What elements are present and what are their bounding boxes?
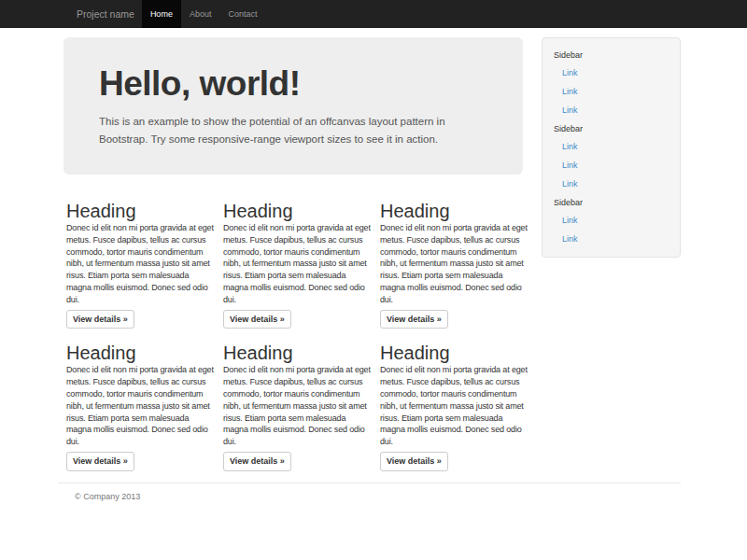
sidebar-link[interactable]: Link xyxy=(543,230,680,248)
content-card: Heading Donec id elit non mi porta gravi… xyxy=(66,200,223,329)
card-heading: Heading xyxy=(223,200,371,222)
content-row: Hello, world! This is an example to show… xyxy=(58,28,681,471)
view-details-button[interactable]: View details » xyxy=(223,310,291,329)
sidebar-link[interactable]: Link xyxy=(543,82,680,101)
view-details-button[interactable]: View details » xyxy=(66,452,134,471)
jumbotron-description: This is an example to show the potential… xyxy=(99,113,472,148)
nav-item-about[interactable]: About xyxy=(181,0,220,28)
card-heading: Heading xyxy=(380,342,528,364)
content-card: Heading Donec id elit non mi porta gravi… xyxy=(223,200,380,329)
navbar-brand[interactable]: Project name xyxy=(58,0,142,28)
card-body: Donec id elit non mi porta gravida at eg… xyxy=(66,222,214,306)
nav-item-contact[interactable]: Contact xyxy=(219,0,265,28)
card-heading: Heading xyxy=(66,200,214,222)
footer-copyright: © Company 2013 xyxy=(75,492,681,501)
card-body: Donec id elit non mi porta gravida at eg… xyxy=(380,222,528,306)
cards-row-1: Heading Donec id elit non mi porta gravi… xyxy=(66,200,523,329)
card-heading: Heading xyxy=(223,342,371,364)
navbar-inner: Project name Home About Contact xyxy=(58,0,747,28)
card-body: Donec id elit non mi porta gravida at eg… xyxy=(223,222,371,306)
cards-row-2: Heading Donec id elit non mi porta gravi… xyxy=(66,342,523,470)
footer-divider xyxy=(58,483,681,483)
sidebar: Sidebar Link Link Link Sidebar Link Link… xyxy=(542,37,681,258)
navbar-menu: Home About Contact xyxy=(142,0,266,28)
card-heading: Heading xyxy=(66,342,214,364)
sidebar-group-label: Sidebar xyxy=(543,46,680,63)
card-body: Donec id elit non mi porta gravida at eg… xyxy=(223,364,371,448)
sidebar-link[interactable]: Link xyxy=(543,175,680,193)
sidebar-group-label: Sidebar xyxy=(543,193,680,211)
main-column: Hello, world! This is an example to show… xyxy=(58,28,523,471)
content-card: Heading Donec id elit non mi porta gravi… xyxy=(66,342,223,470)
sidebar-link[interactable]: Link xyxy=(543,211,680,230)
sidebar-group-label: Sidebar xyxy=(543,119,680,137)
view-details-button[interactable]: View details » xyxy=(66,310,134,329)
sidebar-link[interactable]: Link xyxy=(543,63,680,82)
content-card: Heading Donec id elit non mi porta gravi… xyxy=(380,200,537,329)
view-details-button[interactable]: View details » xyxy=(223,452,291,471)
sidebar-link[interactable]: Link xyxy=(543,101,680,119)
card-body: Donec id elit non mi porta gravida at eg… xyxy=(66,364,214,448)
jumbotron: Hello, world! This is an example to show… xyxy=(63,37,523,175)
content-card: Heading Donec id elit non mi porta gravi… xyxy=(223,342,380,470)
nav-item-home[interactable]: Home xyxy=(142,0,181,28)
card-body: Donec id elit non mi porta gravida at eg… xyxy=(380,364,528,448)
view-details-button[interactable]: View details » xyxy=(380,452,448,471)
page-container: Hello, world! This is an example to show… xyxy=(58,28,681,501)
sidebar-link[interactable]: Link xyxy=(543,137,680,156)
card-heading: Heading xyxy=(380,200,528,222)
page-title: Hello, world! xyxy=(99,65,495,103)
view-details-button[interactable]: View details » xyxy=(380,310,448,329)
navbar: Project name Home About Contact xyxy=(0,0,747,28)
sidebar-link[interactable]: Link xyxy=(543,156,680,175)
content-card: Heading Donec id elit non mi porta gravi… xyxy=(380,342,537,470)
page-footer: © Company 2013 xyxy=(58,483,681,501)
